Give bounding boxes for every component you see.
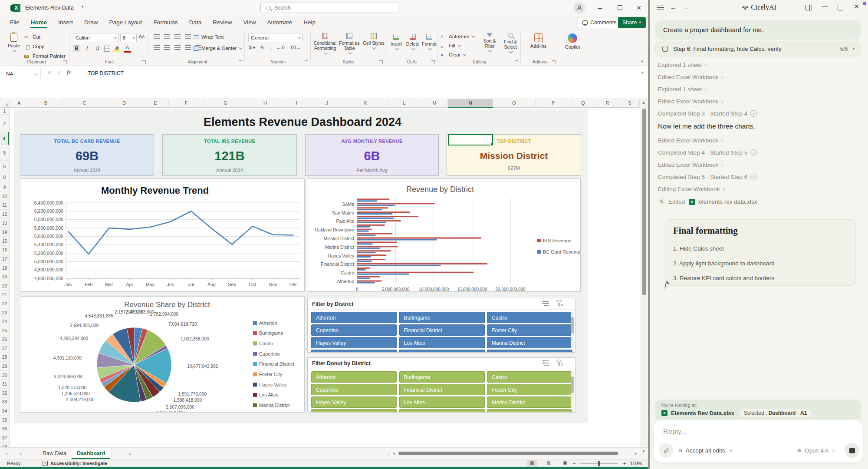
fill-button[interactable]: ⤓Fill [441,41,474,50]
slicer-button-burlingame[interactable]: Burlingame [399,312,485,323]
row-header-16[interactable]: 16 [0,246,9,255]
kpi-card-2[interactable]: TOTAL IRS REVENUE121BAnnual 2024 [162,134,297,176]
window-minimize-button[interactable] [595,4,604,11]
italic-button[interactable]: I [83,46,91,52]
slicer-button-financial-district[interactable]: Financial District [399,384,485,395]
align-left-icon[interactable] [154,45,160,50]
multi-select-icon[interactable] [542,300,550,307]
scroll-down-icon[interactable]: ▼ [642,449,645,453]
sheet-prev-icon[interactable]: ‹ [6,450,8,456]
line-chart-card[interactable]: Monthly Revenue Trend6,400,000,0006,200,… [20,178,305,292]
slicer-button-foster-city[interactable]: Foster City [487,384,572,395]
ribbon-group-clipboard-dialog-launcher-icon[interactable] [63,60,67,64]
clear-button[interactable]: ⬧Clear [441,50,474,59]
multi-select-icon[interactable] [542,360,550,367]
row-header-30[interactable]: 30 [0,371,9,380]
activity-item[interactable]: Completed Step 5 · Started Step 6✓ [658,174,858,180]
cut-button[interactable]: ✂Cut [24,33,66,41]
paste-button[interactable]: Paste [5,33,23,52]
row-header-14[interactable]: 14 [0,228,9,237]
row-header-12[interactable]: 12 [0,210,9,219]
underline-button[interactable]: U [94,46,101,52]
bold-button[interactable]: B [73,45,80,52]
row-header-13[interactable]: 13 [0,219,9,228]
row-header-24[interactable]: 24 [0,317,9,326]
slicer-button-marina-district[interactable]: Marina District [487,337,572,348]
formula-enter-icon[interactable]: ✓ [57,69,62,76]
assistant-close-button[interactable]: ✕ [854,3,859,10]
row-header-18[interactable]: 18 [0,264,9,273]
column-header-D[interactable]: D [106,99,142,108]
decrease-indent-icon[interactable] [185,45,191,50]
workbook-title[interactable]: Elements Rev Data [25,4,74,11]
ribbon-tab-automate[interactable]: Automate [261,16,298,29]
assistant-minimize-button[interactable]: — [822,3,828,10]
ribbon-group-number-dialog-launcher-icon[interactable] [305,60,308,64]
insert-button[interactable]: Insert [389,34,404,50]
merge-center-button[interactable]: Merge & Center [194,44,241,53]
accept-all-edits-button[interactable]: » Accept all edits [679,447,731,454]
row-header-17[interactable]: 17 [0,254,9,264]
activity-item[interactable]: Edited Excel Workbook› [658,137,858,144]
comments-button[interactable]: Comments [578,17,621,28]
ribbon-group-styles-dialog-launcher-icon[interactable] [379,60,383,64]
activity-item[interactable]: ✎EditedXelements rev data.xlsx [658,198,858,205]
delete-button[interactable]: Delete [405,34,420,50]
activity-item[interactable]: Edited Excel Workbook› [658,162,858,168]
column-header-E[interactable]: E [142,99,169,108]
ribbon-group-alignment-dialog-launcher-icon[interactable] [239,60,242,64]
row-header-8[interactable]: 8 [0,172,9,182]
ribbon-tab-insert[interactable]: Insert [53,16,79,29]
account-avatar[interactable] [574,2,585,13]
ribbon-tab-review[interactable]: Review [207,16,237,29]
slicer-button[interactable] [311,409,397,412]
format-button[interactable]: Format [422,34,437,50]
horizontal-scrollbar[interactable]: ◂ ▸ [393,450,637,456]
row-header-15[interactable]: 15 [0,237,9,246]
sheet-next-icon[interactable]: › [20,450,22,456]
row-header-4[interactable]: 4 [0,132,9,145]
slicer-button[interactable] [399,350,485,352]
format-painter-button[interactable]: Format Painter [24,52,66,60]
ribbon-tab-formulas[interactable]: Formulas [148,16,183,29]
clear-filter-icon[interactable] [556,360,563,367]
ribbon-tab-page-layout[interactable]: Page Layout [104,16,148,29]
row-header-21[interactable]: 21 [0,291,9,300]
attach-button[interactable] [659,443,674,458]
reply-input[interactable]: Reply... [663,427,687,436]
comma-button[interactable]: , [270,45,271,50]
align-bottom-icon[interactable] [174,34,181,39]
ribbon-group-editing-dialog-launcher-icon[interactable] [515,60,518,64]
currency-button[interactable]: $ ▾ [249,45,255,50]
row-header-10[interactable]: 10 [0,192,9,201]
column-header-F[interactable]: F [169,99,204,108]
normal-view-button[interactable]: ▦ [527,460,537,467]
accessibility-status[interactable]: Accessibility: Investigate [43,461,107,466]
column-header-B[interactable]: B [29,99,63,108]
column-header-O[interactable]: O [493,99,536,108]
copy-button[interactable]: Copy [24,42,66,51]
align-middle-icon[interactable] [164,34,170,39]
scroll-up-icon[interactable]: ▲ [642,101,645,105]
sheet-tab-dashboard[interactable]: Dashboard [72,448,110,459]
column-header-L[interactable]: L [388,99,421,108]
slicer-button-cupertino[interactable]: Cupertino [311,324,397,336]
page-break-view-button[interactable]: ▣ [560,460,570,467]
number-format-select[interactable]: General [248,33,302,42]
cell-styles-button[interactable]: Cell Styles [362,33,385,50]
highlight-color-button[interactable]: ab [113,46,121,52]
formula-bar-expand-icon[interactable]: ▾ [641,70,644,75]
row-header-19[interactable]: 19 [0,272,9,281]
slicer-button-hayes-valley[interactable]: Hayes Valley [311,337,397,348]
row-header-36[interactable]: 36 [0,424,9,433]
row-header-9[interactable]: 9 [0,182,9,192]
row-header-28[interactable]: 28 [0,353,9,362]
clear-filter-icon[interactable] [556,300,563,307]
ribbon-tab-draw[interactable]: Draw [79,16,104,29]
step-progress-card[interactable]: Step 6: Final formatting, hide Calcs, ve… [655,41,861,56]
autosum-button[interactable]: ΣAutoSum [441,32,474,41]
column-header-N[interactable]: N [448,99,493,108]
search-input[interactable]: Search [260,3,398,13]
row-header-11[interactable]: 11 [0,201,9,210]
sort-filter-button[interactable]: Sort & Filter [480,33,499,53]
